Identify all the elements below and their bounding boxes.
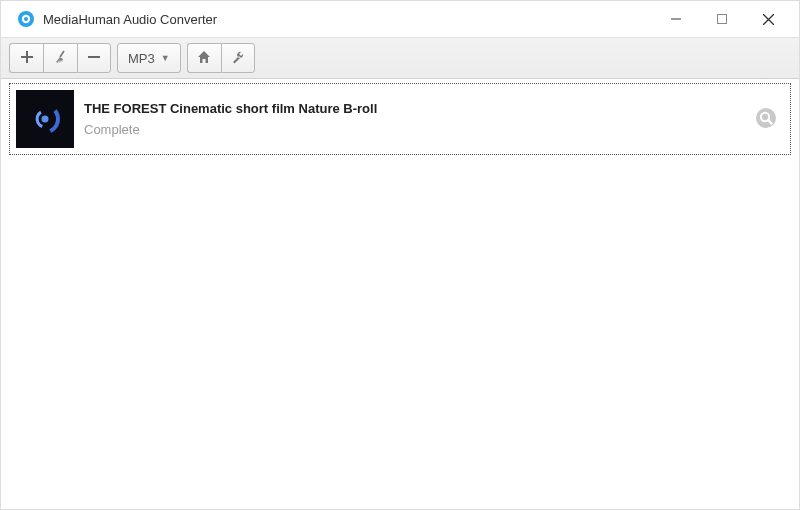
file-button-group (9, 43, 111, 73)
svg-point-14 (42, 116, 49, 123)
svg-line-9 (60, 51, 64, 57)
clear-button[interactable] (43, 43, 77, 73)
plus-icon (20, 50, 34, 67)
list-item[interactable]: THE FOREST Cinematic short film Nature B… (9, 83, 791, 155)
window-controls (653, 4, 791, 34)
home-icon (196, 49, 212, 68)
titlebar: MediaHuman Audio Converter (1, 1, 799, 37)
close-button[interactable] (745, 4, 791, 34)
toolbar: MP3 ▼ (1, 37, 799, 79)
svg-point-2 (24, 17, 28, 21)
format-label: MP3 (128, 51, 155, 66)
minimize-button[interactable] (653, 4, 699, 34)
wrench-icon (230, 49, 246, 68)
maximize-button[interactable] (699, 4, 745, 34)
app-icon (17, 10, 35, 28)
add-button[interactable] (9, 43, 43, 73)
item-thumbnail (16, 90, 74, 148)
item-status: Complete (84, 122, 744, 137)
app-title: MediaHuman Audio Converter (43, 12, 217, 27)
home-button[interactable] (187, 43, 221, 73)
remove-button[interactable] (77, 43, 111, 73)
chevron-down-icon: ▼ (161, 53, 170, 63)
item-title: THE FOREST Cinematic short film Nature B… (84, 101, 744, 116)
locate-button[interactable] (754, 107, 778, 131)
item-body: THE FOREST Cinematic short film Nature B… (84, 101, 744, 137)
minus-icon (87, 50, 101, 67)
content-area: THE FOREST Cinematic short film Nature B… (1, 79, 799, 509)
magnifier-icon (755, 107, 777, 132)
app-window: MediaHuman Audio Converter (0, 0, 800, 510)
action-button-group (187, 43, 255, 73)
format-select[interactable]: MP3 ▼ (117, 43, 181, 73)
svg-point-15 (756, 108, 776, 128)
settings-button[interactable] (221, 43, 255, 73)
broom-icon (53, 49, 69, 68)
svg-rect-4 (718, 15, 727, 24)
